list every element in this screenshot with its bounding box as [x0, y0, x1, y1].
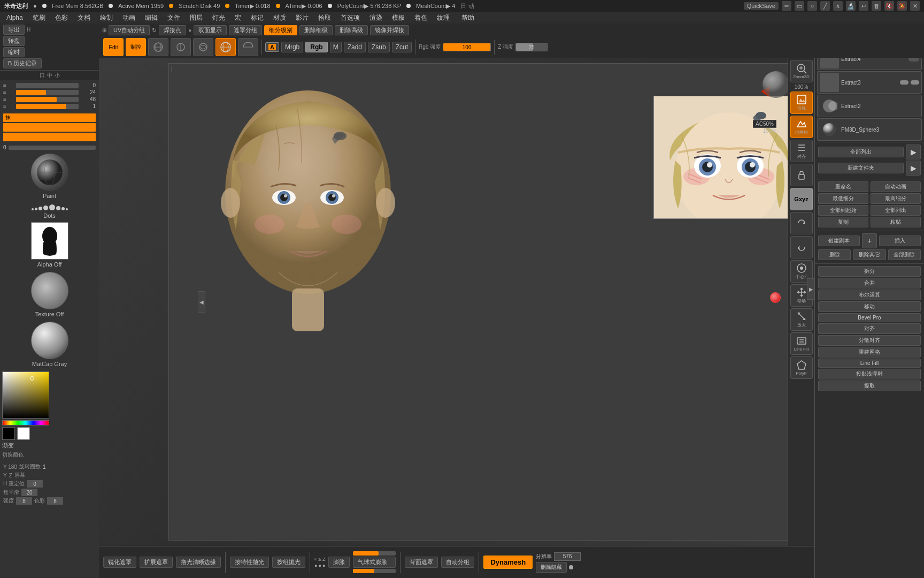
timelapse-btn[interactable]: 缩时 — [3, 47, 25, 57]
all-list-btn2[interactable]: 全部列出 — [871, 205, 921, 216]
mute2-icon[interactable]: 🔕 — [897, 1, 907, 11]
subtool-extract3[interactable]: Extract3 — [817, 71, 922, 94]
back-mask-btn[interactable]: 背面遮罩 — [405, 557, 438, 568]
extra-slider[interactable] — [9, 146, 96, 150]
menu-alpha[interactable]: Alpha — [2, 13, 27, 22]
mask-group-btn[interactable]: 遮罩分组 — [229, 25, 262, 35]
delete-btn[interactable]: 删除 — [818, 249, 851, 260]
rotate-tool-btn[interactable] — [790, 212, 813, 234]
new-folder-icon[interactable]: ▶ — [906, 161, 921, 176]
distribute-btn[interactable]: 分散对齐 — [818, 335, 921, 346]
rename-btn[interactable]: 重命名 — [818, 181, 868, 192]
resolution-input[interactable] — [554, 552, 581, 561]
subtool-extract2[interactable]: Extract2 — [817, 95, 922, 117]
bubble-inflate-btn[interactable]: 气球式膨胀 — [353, 557, 396, 568]
hide-isolate-btn[interactable]: 删除隐藏 — [536, 562, 567, 573]
menu-render[interactable]: 渲染 — [365, 12, 387, 24]
rgb-btn[interactable]: Rgb — [305, 42, 327, 52]
scale-btn[interactable]: 放大 — [790, 308, 813, 331]
move-sphere-btn[interactable] — [148, 38, 168, 56]
menu-texture[interactable]: 纹理 — [433, 12, 454, 24]
mrgb-btn[interactable]: Mrgb — [281, 42, 303, 52]
all-list-btn[interactable]: 全部列出 — [818, 147, 904, 157]
render-view-btn[interactable]: 渲视 — [790, 92, 813, 114]
move-tools-btn[interactable]: 移动 — [818, 301, 921, 312]
color-spectrum[interactable] — [2, 371, 49, 419]
mute-icon[interactable]: 🔇 — [884, 1, 894, 11]
sphere-btn[interactable] — [215, 38, 236, 56]
del-all-btn[interactable]: 全部删除 — [888, 249, 921, 260]
viewport-canvas[interactable]: | — [168, 63, 809, 541]
insert-btn[interactable]: 插入 — [879, 235, 921, 246]
circle-icon[interactable]: ○ — [807, 1, 817, 11]
reference-image[interactable]: ✕ — [653, 96, 803, 219]
orange-bar-brush[interactable]: 抹 — [3, 113, 96, 122]
menu-edit[interactable]: 编辑 — [141, 12, 162, 24]
extract-btn[interactable]: 提取 — [818, 381, 921, 391]
subtool-sphere3[interactable]: PM3D_Sphere3 — [817, 118, 922, 141]
menu-macro[interactable]: 宏 — [230, 12, 245, 24]
menu-draw[interactable]: 绘制 — [96, 12, 117, 24]
inflate-slider[interactable] — [353, 551, 396, 556]
export-btn[interactable]: 导出 — [3, 25, 25, 35]
line-fill-btn[interactable]: Line Fill — [790, 332, 813, 355]
m-btn[interactable]: M — [330, 42, 342, 52]
curve-icon[interactable]: ∧ — [833, 1, 843, 11]
radiate2-btn[interactable] — [193, 38, 213, 56]
add-icon[interactable]: + — [862, 233, 877, 248]
remesh-btn[interactable]: 重建网格 — [818, 347, 921, 358]
collapse-left-arrow[interactable]: ◀ — [198, 291, 205, 313]
z-intensity-slider[interactable]: 25 — [515, 43, 548, 51]
align-tools-btn[interactable]: 对齐 — [818, 323, 921, 334]
menu-pick[interactable]: 拾取 — [314, 12, 335, 24]
slider-track-intensity[interactable] — [16, 104, 79, 109]
rotate-btn[interactable]: 转盘 — [3, 36, 25, 46]
menu-movie[interactable]: 影片 — [291, 12, 313, 24]
menu-shade[interactable]: 着色 — [410, 12, 432, 24]
eyedrop-icon[interactable]: 🔬 — [846, 1, 856, 11]
uv-auto-btn[interactable]: UV自动分组 — [109, 25, 150, 35]
bool-calc-btn[interactable]: 布尔运算 — [818, 290, 921, 300]
half-sphere-btn[interactable] — [238, 38, 258, 56]
edit-btn[interactable]: Edit — [103, 38, 124, 56]
zadd-btn[interactable]: Zadd — [344, 42, 366, 52]
menu-marker[interactable]: 标记 — [247, 12, 268, 24]
collapse-right-arrow[interactable]: ▶ — [807, 278, 814, 300]
strength-val[interactable] — [16, 497, 32, 505]
pencil-icon[interactable]: ✏ — [782, 1, 791, 11]
switch-color-btn[interactable]: 切换颜色 — [2, 451, 97, 459]
line-icon[interactable]: ╱ — [820, 1, 830, 11]
poly-btn[interactable]: PolyF — [790, 356, 813, 379]
del-others-btn[interactable]: 删除其它 — [853, 249, 886, 260]
dots-preview[interactable] — [29, 202, 70, 212]
menu-brush[interactable]: 笔刷 — [28, 12, 50, 24]
auto-anim-btn[interactable]: 自动动画 — [871, 181, 921, 192]
all-to-start-btn[interactable]: 全部到起始 — [818, 205, 868, 216]
menu-animate[interactable]: 动画 — [118, 12, 140, 24]
by-group-btn[interactable]: 按组抛光 — [272, 557, 305, 568]
black-swatch[interactable] — [2, 427, 15, 440]
xyz-btn[interactable]: Gxyz — [790, 188, 813, 210]
white-swatch[interactable] — [17, 427, 30, 440]
auto-group-btn[interactable]: 自动分组 — [441, 557, 474, 568]
menu-doc[interactable]: 文档 — [73, 12, 95, 24]
alpha-thumb[interactable] — [31, 222, 68, 260]
by-feature-btn[interactable]: 按特性抛光 — [230, 557, 269, 568]
trash-icon[interactable]: 🗑 — [872, 1, 881, 11]
line-fill-tools-btn[interactable]: Line Fill — [818, 359, 921, 368]
slider-track-2[interactable] — [16, 97, 79, 102]
nav-model[interactable] — [761, 70, 791, 100]
align-btn[interactable]: 对齐 — [790, 140, 813, 162]
all-list-icon[interactable]: ▶ — [906, 144, 921, 159]
radiate-btn[interactable] — [171, 38, 191, 56]
menu-help[interactable]: 帮助 — [457, 12, 479, 24]
history-btn[interactable]: B 历史记录 — [3, 58, 42, 69]
menu-model[interactable]: 模板 — [388, 12, 409, 24]
project-shallow-btn[interactable]: 投影浅浮雕 — [818, 369, 921, 379]
quicksave-label[interactable]: QuickSave — [744, 2, 779, 10]
toggle-extract3-1[interactable] — [900, 80, 908, 85]
menu-material[interactable]: 材质 — [269, 12, 290, 24]
merge-btn[interactable]: 合并 — [818, 278, 921, 288]
undo-icon[interactable]: ↩ — [859, 1, 868, 11]
split-btn[interactable]: 拆分 — [818, 266, 921, 277]
